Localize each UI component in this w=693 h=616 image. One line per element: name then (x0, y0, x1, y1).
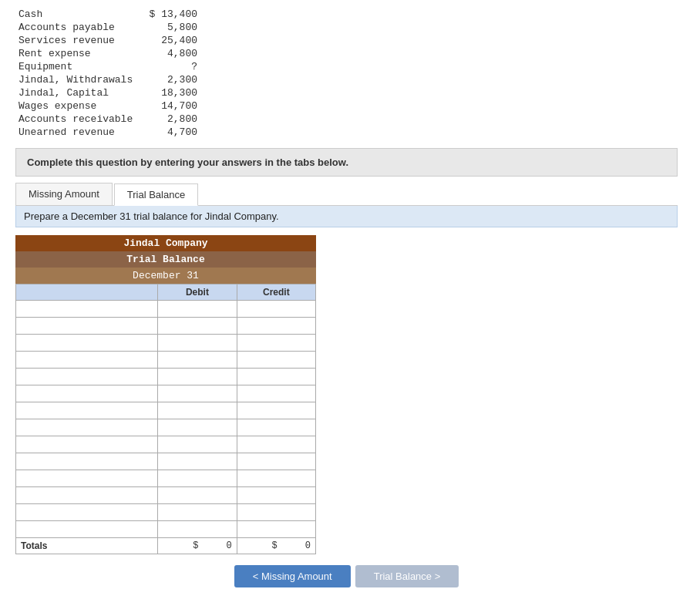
account-amount: 2,800 (139, 113, 200, 126)
row-credit-input[interactable] (241, 490, 312, 501)
row-debit-cell[interactable] (158, 301, 237, 318)
row-debit-input[interactable] (161, 406, 233, 416)
row-debit-input[interactable] (161, 473, 233, 484)
row-debit-cell[interactable] (158, 504, 237, 521)
account-row: Accounts payable 5,800 (15, 21, 200, 34)
account-name: Equipment (15, 60, 139, 73)
row-debit-cell[interactable] (158, 487, 237, 504)
prev-button-label: Missing Amount (261, 571, 332, 582)
row-debit-input[interactable] (161, 338, 233, 348)
row-credit-input[interactable] (241, 372, 312, 382)
row-credit-cell[interactable] (237, 453, 315, 470)
row-credit-cell[interactable] (237, 385, 315, 402)
row-account-input[interactable] (19, 507, 154, 518)
row-account-cell[interactable] (16, 369, 158, 385)
row-account-cell[interactable] (16, 470, 158, 487)
trial-balance-wrapper: Jindal Company Trial Balance December 31… (15, 235, 316, 554)
row-account-cell[interactable] (16, 504, 158, 521)
row-account-input[interactable] (19, 321, 154, 332)
prev-arrow-icon (253, 571, 261, 582)
row-debit-input[interactable] (161, 490, 233, 501)
row-debit-cell[interactable] (158, 402, 237, 419)
row-account-cell[interactable] (16, 453, 158, 470)
row-credit-cell[interactable] (237, 419, 315, 436)
row-credit-input[interactable] (241, 338, 312, 348)
row-credit-cell[interactable] (237, 335, 315, 352)
row-debit-input[interactable] (161, 389, 233, 399)
row-debit-input[interactable] (161, 355, 233, 365)
row-debit-input[interactable] (161, 456, 233, 467)
row-credit-cell[interactable] (237, 352, 315, 369)
row-account-cell[interactable] (16, 318, 158, 335)
row-debit-cell[interactable] (158, 521, 237, 538)
row-account-input[interactable] (19, 372, 154, 382)
row-debit-input[interactable] (161, 524, 233, 535)
row-credit-cell[interactable] (237, 301, 315, 318)
row-credit-input[interactable] (241, 389, 312, 399)
account-name: Accounts receivable (15, 113, 139, 126)
row-account-cell[interactable] (16, 301, 158, 318)
account-name: Cash (15, 8, 139, 21)
row-account-input[interactable] (19, 422, 154, 433)
row-debit-cell[interactable] (158, 436, 237, 453)
row-credit-cell[interactable] (237, 318, 315, 335)
row-account-cell[interactable] (16, 521, 158, 538)
row-account-cell[interactable] (16, 487, 158, 504)
row-debit-input[interactable] (161, 439, 233, 450)
row-account-cell[interactable] (16, 402, 158, 419)
row-account-input[interactable] (19, 439, 154, 450)
row-account-cell[interactable] (16, 385, 158, 402)
account-row: Rent expense 4,800 (15, 47, 200, 60)
row-debit-cell[interactable] (158, 318, 237, 335)
account-amount: $ 13,400 (139, 8, 200, 21)
row-account-cell[interactable] (16, 419, 158, 436)
account-row: Accounts receivable 2,800 (15, 113, 200, 126)
row-account-cell[interactable] (16, 352, 158, 369)
row-debit-input[interactable] (161, 304, 233, 315)
row-credit-input[interactable] (241, 456, 312, 467)
row-credit-cell[interactable] (237, 487, 315, 504)
row-account-input[interactable] (19, 338, 154, 348)
row-debit-cell[interactable] (158, 369, 237, 385)
row-credit-input[interactable] (241, 406, 312, 416)
row-credit-input[interactable] (241, 304, 312, 315)
row-credit-cell[interactable] (237, 402, 315, 419)
prev-button[interactable]: Missing Amount (234, 565, 351, 587)
row-credit-input[interactable] (241, 321, 312, 332)
row-debit-cell[interactable] (158, 352, 237, 369)
row-credit-cell[interactable] (237, 436, 315, 453)
row-credit-cell[interactable] (237, 369, 315, 385)
row-credit-input[interactable] (241, 507, 312, 518)
tab-trial-balance[interactable]: Trial Balance (114, 183, 198, 206)
row-account-input[interactable] (19, 524, 154, 535)
row-debit-input[interactable] (161, 422, 233, 433)
row-account-input[interactable] (19, 490, 154, 501)
row-debit-input[interactable] (161, 372, 233, 382)
tab-missing-amount[interactable]: Missing Amount (15, 183, 113, 205)
row-debit-cell[interactable] (158, 385, 237, 402)
row-credit-cell[interactable] (237, 521, 315, 538)
row-credit-input[interactable] (241, 524, 312, 535)
row-debit-cell[interactable] (158, 470, 237, 487)
row-account-cell[interactable] (16, 436, 158, 453)
row-credit-input[interactable] (241, 355, 312, 365)
row-debit-cell[interactable] (158, 419, 237, 436)
row-account-input[interactable] (19, 355, 154, 365)
row-debit-cell[interactable] (158, 453, 237, 470)
row-credit-input[interactable] (241, 422, 312, 433)
row-account-input[interactable] (19, 389, 154, 399)
row-credit-input[interactable] (241, 473, 312, 484)
row-debit-input[interactable] (161, 507, 233, 518)
row-debit-cell[interactable] (158, 335, 237, 352)
row-account-input[interactable] (19, 473, 154, 484)
row-account-input[interactable] (19, 406, 154, 416)
col-header-credit: Credit (237, 284, 315, 301)
row-credit-cell[interactable] (237, 470, 315, 487)
row-debit-input[interactable] (161, 321, 233, 332)
row-account-cell[interactable] (16, 335, 158, 352)
row-account-input[interactable] (19, 304, 154, 315)
row-credit-input[interactable] (241, 439, 312, 450)
row-account-input[interactable] (19, 456, 154, 467)
account-amount: 4,800 (139, 47, 200, 60)
row-credit-cell[interactable] (237, 504, 315, 521)
